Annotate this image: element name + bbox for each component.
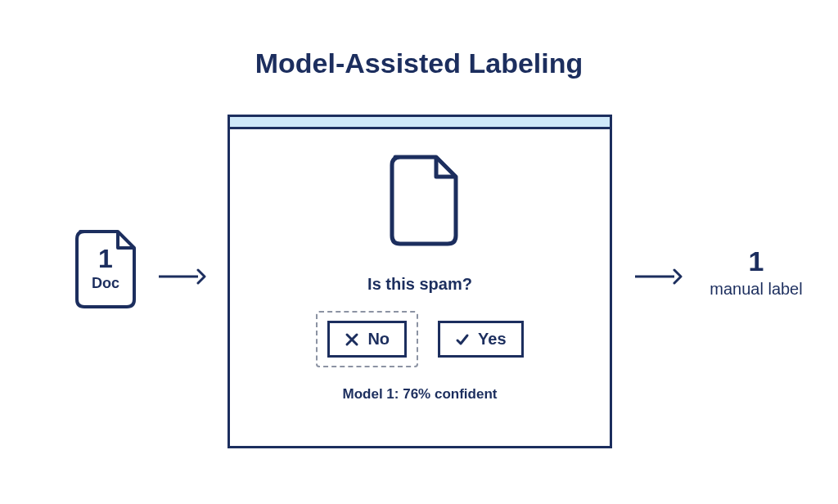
button-row: No Yes xyxy=(230,311,610,367)
diagram-title: Model-Assisted Labeling xyxy=(0,47,838,79)
yes-button-label: Yes xyxy=(478,330,506,349)
yes-button[interactable]: Yes xyxy=(438,321,523,358)
model-suggestion-highlight: No xyxy=(316,311,418,367)
input-doc: 1 Doc xyxy=(72,229,139,309)
document-icon xyxy=(385,154,461,247)
panel-titlebar xyxy=(228,115,612,129)
input-count: 1 xyxy=(72,244,139,274)
no-button[interactable]: No xyxy=(327,321,407,358)
output-count: 1 xyxy=(699,245,813,277)
output-block: 1 manual label xyxy=(699,245,813,300)
output-label: manual label xyxy=(699,277,813,300)
x-icon xyxy=(345,332,359,347)
prompt-text: Is this spam? xyxy=(230,275,610,294)
arrow-right-icon xyxy=(633,268,683,285)
arrow-right-icon xyxy=(157,268,206,285)
labeling-panel: Is this spam? No Yes Model 1: 76% confid… xyxy=(228,115,612,448)
model-confidence: Model 1: 76% confident xyxy=(230,386,610,403)
check-icon xyxy=(455,332,470,347)
no-button-label: No xyxy=(367,330,390,349)
input-label: Doc xyxy=(72,275,139,292)
